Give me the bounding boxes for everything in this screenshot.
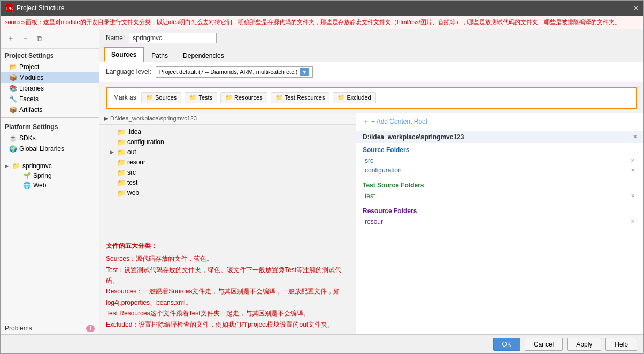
remove-config-button[interactable]: ✕ — [631, 167, 635, 173]
add-content-root-button[interactable]: + Add Content Root — [371, 118, 427, 125]
libraries-icon: 📚 — [9, 85, 17, 92]
sidebar-toolbar: ＋ － ⧉ — [1, 29, 99, 49]
tree-expand-icon: ▶ — [104, 115, 108, 122]
module-folder-icon: 📁 — [12, 162, 20, 170]
file-tree-header: ▶ D:\idea_workplace\springmvc123 — [99, 113, 356, 125]
language-level-label: Language level: — [106, 68, 151, 76]
remove-test-button[interactable]: ✕ — [631, 193, 635, 199]
project-icon: 📂 — [9, 63, 17, 71]
module-tree: ▶ 📁 springmvc 🌱 Spring 🌐 Web — [1, 159, 99, 192]
module-name-input[interactable] — [129, 33, 217, 43]
file-node-configuration[interactable]: 📁 configuration — [99, 137, 356, 147]
mark-tests-button[interactable]: 📁 Tests — [185, 92, 217, 103]
file-node-out[interactable]: ▶ 📁 out — [99, 147, 356, 157]
annotation-resources: Resources：一般跟着Sources文件走，与其区别是不会编译，一般放配置… — [106, 286, 349, 308]
annotation-area: 文件的五大分类： Sources：源代码存放的文件，蓝色。 Test：设置测试代… — [99, 236, 356, 334]
copy-button[interactable]: ⧉ — [35, 33, 44, 44]
file-node-resour[interactable]: 📁 resour — [99, 157, 356, 168]
config-folder-icon: 📁 — [117, 138, 126, 146]
remove-resour-button[interactable]: ✕ — [631, 219, 635, 224]
project-settings-title: Project Settings — [1, 49, 99, 62]
help-button[interactable]: Help — [605, 338, 637, 351]
right-panel: Name: Sources Paths Dependencies Languag… — [99, 29, 643, 335]
tests-folder-icon: 📁 — [189, 94, 197, 101]
source-folder-src: src ✕ — [363, 156, 637, 165]
mark-as-label: Mark as: — [113, 94, 138, 101]
tree-spring-node[interactable]: 🌱 Spring — [11, 171, 99, 180]
name-label: Name: — [106, 34, 125, 42]
mark-excluded-button[interactable]: 📁 Excluded — [333, 92, 375, 103]
problems-row[interactable]: Problems 1 — [1, 322, 99, 334]
file-node-src[interactable]: 📁 src — [99, 168, 356, 178]
tree-root-springmvc[interactable]: ▶ 📁 springmvc — [1, 161, 99, 171]
problems-label: Problems — [5, 325, 32, 332]
mark-as-container: Mark as: 📁 Sources 📁 Tests 📁 Resources 📁… — [106, 87, 637, 109]
web-folder-icon: 📁 — [117, 189, 126, 197]
resource-folder-resour: resour ✕ — [363, 217, 637, 227]
annotation-test-resources: Test Resources这个文件跟着Test文件夹一起走，与其区别是不会编译… — [106, 308, 349, 319]
source-folders-section: Source Folders src ✕ configuration ✕ — [356, 143, 643, 178]
sidebar-item-facets[interactable]: 🔧 Facets — [1, 94, 99, 104]
file-node-test[interactable]: 📁 test — [99, 178, 356, 188]
sidebar-item-project[interactable]: 📂 Project — [1, 62, 99, 72]
top-annotation: sources面板：这里对module的开发目录进行文件夹分类，以让idea明白… — [1, 16, 643, 29]
add-content-root-header: ＋ + Add Content Root — [356, 113, 643, 131]
sidebar-item-global-libraries[interactable]: 🌍 Global Libraries — [1, 144, 99, 154]
close-button[interactable]: ✕ — [633, 4, 639, 12]
sdks-icon: ☕ — [9, 134, 17, 142]
sidebar-item-modules[interactable]: 📦 Modules — [1, 72, 99, 83]
excluded-folder-icon: 📁 — [338, 94, 345, 101]
svg-text:PS: PS — [6, 6, 13, 11]
tree-web-node[interactable]: 🌐 Web — [11, 180, 99, 190]
sidebar-item-libraries[interactable]: 📚 Libraries — [1, 83, 99, 94]
remove-root-button[interactable]: ✕ — [633, 134, 637, 140]
add-content-root-icon: ＋ — [363, 117, 369, 126]
tab-sources[interactable]: Sources — [104, 47, 144, 62]
info-panel: ＋ + Add Content Root D:\idea_workplace\s… — [356, 113, 643, 335]
mark-test-resources-button[interactable]: 📁 Test Resources — [271, 92, 330, 103]
mark-resources-button[interactable]: 📁 Resources — [220, 92, 267, 103]
sources-folder-icon: 📁 — [146, 94, 154, 101]
ok-button[interactable]: OK — [493, 338, 520, 351]
remove-button[interactable]: － — [20, 33, 32, 44]
tree-expand-arrow: ▶ — [5, 163, 10, 169]
apply-button[interactable]: Apply — [567, 338, 601, 351]
tab-dependencies[interactable]: Dependencies — [175, 48, 232, 62]
dropdown-arrow-icon[interactable]: ▼ — [300, 68, 309, 76]
annotation-title: 文件的五大分类： — [106, 240, 349, 251]
tabs-row: Sources Paths Dependencies — [99, 47, 643, 62]
tab-paths[interactable]: Paths — [144, 48, 175, 62]
file-tree-area: ▶ D:\idea_workplace\springmvc123 📁 .idea — [99, 113, 356, 335]
root-path-label: D:\idea_workplace\springmvc123 — [110, 115, 197, 122]
platform-settings-title: Platform Settings — [1, 120, 99, 133]
module-header: Name: — [99, 29, 643, 47]
mark-sources-button[interactable]: 📁 Sources — [141, 92, 181, 103]
annotation-test: Test：设置测试代码存放的文件夹，绿色。该文件下一般放置@Test等注解的测试… — [106, 265, 349, 287]
sidebar-item-artifacts[interactable]: 📦 Artifacts — [1, 104, 99, 115]
resource-folders-title: Resource Folders — [363, 207, 637, 215]
test-source-folders-title: Test Source Folders — [363, 182, 637, 189]
cancel-button[interactable]: Cancel — [525, 338, 563, 351]
remove-src-button[interactable]: ✕ — [631, 157, 635, 163]
test-resources-folder-icon: 📁 — [275, 94, 283, 101]
file-tree-content: 📁 .idea 📁 configuration ▶ 📁 — [99, 125, 356, 236]
content-split: ▶ D:\idea_workplace\springmvc123 📁 .idea — [99, 113, 643, 335]
artifacts-icon: 📦 — [9, 106, 17, 114]
resour-folder-icon: 📁 — [117, 159, 126, 167]
file-node-web[interactable]: 📁 web — [99, 188, 356, 198]
sidebar: ＋ － ⧉ Project Settings 📂 Project 📦 Modul… — [1, 29, 99, 335]
add-button[interactable]: ＋ — [5, 33, 17, 44]
src-folder-icon: 📁 — [117, 169, 126, 177]
idea-folder-icon: 📁 — [117, 128, 126, 136]
sidebar-item-sdks[interactable]: ☕ SDKs — [1, 133, 99, 144]
annotation-excluded: Excluded：设置排除编译检查的文件，例如我们在project模块设置的ou… — [106, 319, 349, 330]
language-level-select[interactable]: Project default (7 – Diamonds, ARM, mult… — [156, 66, 313, 78]
global-libs-icon: 🌍 — [9, 145, 17, 153]
file-node-idea[interactable]: 📁 .idea — [99, 127, 356, 137]
lang-value: Project default (7 – Diamonds, ARM, mult… — [159, 69, 298, 75]
annotation-sources: Sources：源代码存放的文件，蓝色。 — [106, 253, 349, 264]
spring-icon: 🌱 — [23, 172, 31, 179]
test-folder-icon: 📁 — [117, 179, 126, 187]
resources-folder-icon: 📁 — [225, 94, 233, 101]
root-path-row: D:\idea_workplace\springmvc123 ✕ — [356, 131, 643, 143]
